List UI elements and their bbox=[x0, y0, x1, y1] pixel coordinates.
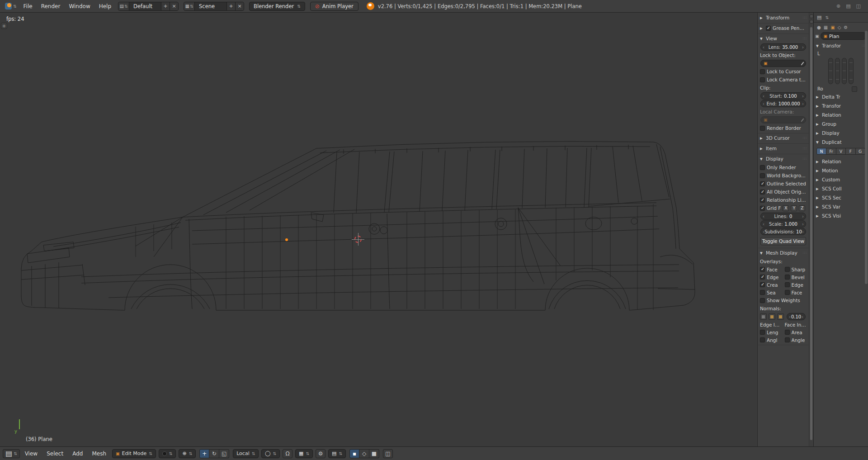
panel-grip-icon[interactable]: ∷∷ bbox=[803, 16, 807, 20]
tab-render-icon[interactable]: ● bbox=[817, 25, 821, 30]
app-menu-button[interactable]: ⇅ bbox=[3, 3, 19, 9]
relationship-lines-checkbox[interactable] bbox=[760, 198, 765, 203]
menu-mesh[interactable]: Mesh bbox=[88, 447, 110, 460]
n-panel-scrollbar[interactable] bbox=[810, 27, 812, 440]
scene-add-button[interactable]: + bbox=[226, 2, 235, 10]
panel-header-grease-pencil[interactable]: ▶ Grease Penc... bbox=[758, 24, 809, 33]
region-button-bottom[interactable] bbox=[810, 20, 813, 24]
show-weights-row[interactable]: Show Weights bbox=[758, 296, 809, 304]
grid-lines-field[interactable]: Lines:0 bbox=[760, 213, 806, 220]
lock-to-cursor-row[interactable]: Lock to Cursor bbox=[758, 67, 809, 76]
render-engine-selector[interactable]: Blender Render ⇅ bbox=[249, 2, 305, 11]
menu-view[interactable]: View bbox=[21, 447, 42, 460]
world-background-row[interactable]: World Backgro... bbox=[758, 171, 809, 180]
relationship-lines-row[interactable]: Relationship Li... bbox=[758, 196, 809, 204]
panel-header-relations-extras[interactable]: ▶ Relation bbox=[814, 157, 868, 166]
only-render-row[interactable]: Only Render bbox=[758, 163, 809, 171]
scale-manipulator-button[interactable]: ◱ bbox=[219, 449, 229, 458]
panel-grip-icon[interactable]: ∷∷ bbox=[803, 251, 807, 255]
overlay-edge-marks-checkbox[interactable] bbox=[785, 282, 790, 287]
edge-select-mode-button[interactable]: ◇ bbox=[359, 449, 369, 458]
rotation-slider-column[interactable] bbox=[835, 58, 840, 84]
menu-add[interactable]: Add bbox=[68, 447, 87, 460]
toggle-quad-view-button[interactable]: Toggle Quad View bbox=[760, 237, 806, 245]
panel-grip-icon[interactable]: ∷∷ bbox=[803, 157, 807, 161]
outline-selected-checkbox[interactable] bbox=[760, 181, 765, 186]
overlay-seams-checkbox[interactable] bbox=[760, 290, 765, 295]
outline-selected-row[interactable]: Outline Selected bbox=[758, 180, 809, 188]
clip-start-field[interactable]: Start:0.100 bbox=[760, 92, 806, 100]
lock-to-cursor-checkbox[interactable] bbox=[760, 69, 765, 74]
overlay-sharp-checkbox[interactable] bbox=[785, 267, 790, 272]
dupli-group-button[interactable]: G bbox=[856, 148, 865, 155]
panel-header-scs-2[interactable]: ▶ SCS Sec bbox=[814, 193, 868, 202]
grid-subdivisions-field[interactable]: Subdivisions:10 bbox=[760, 228, 806, 235]
header-icon-2[interactable]: ▤ bbox=[846, 3, 850, 9]
mode-selector[interactable]: ▣ Edit Mode ⇅ bbox=[112, 449, 156, 458]
panel-header-transform[interactable]: ▶ Transform ∷∷ bbox=[758, 13, 809, 22]
grid-z-button[interactable]: Z bbox=[799, 205, 805, 211]
scene-name-field[interactable]: Scene bbox=[195, 3, 226, 9]
panel-header-scs-collision[interactable]: ▶ SCS Coll bbox=[814, 184, 868, 193]
tab-constraints-icon[interactable]: ◇ bbox=[838, 25, 841, 30]
eyedropper-icon[interactable] bbox=[801, 118, 804, 122]
menu-window[interactable]: Window bbox=[65, 0, 94, 12]
grease-pencil-checkbox[interactable] bbox=[766, 26, 771, 31]
object-name-field[interactable]: ▣ Plan bbox=[821, 32, 867, 40]
anim-player-button[interactable]: ⊘ Anim Player bbox=[310, 2, 359, 11]
panel-header-scs-4[interactable]: ▶ SCS Visi bbox=[814, 211, 868, 220]
panel-header-duplication[interactable]: ▼ Duplicat bbox=[814, 138, 868, 147]
overlay-faces-checkbox[interactable] bbox=[760, 267, 765, 272]
header-icon-3[interactable]: ◫ bbox=[856, 3, 861, 9]
panel-header-delta-transform[interactable]: ▶ Delta Tr bbox=[814, 92, 868, 101]
render-border-checkbox[interactable] bbox=[760, 126, 765, 131]
scene-delete-button[interactable]: × bbox=[235, 2, 244, 10]
all-object-origins-checkbox[interactable] bbox=[760, 190, 765, 194]
grid-scale-field[interactable]: Scale:1.000 bbox=[760, 220, 806, 228]
grid-y-button[interactable]: Y bbox=[791, 205, 797, 211]
grid-floor-checkbox[interactable] bbox=[760, 206, 765, 211]
render-border-row[interactable]: Render Border bbox=[758, 124, 809, 132]
editor-type-button[interactable]: ▤ ⇅ bbox=[3, 449, 20, 458]
overlay-creases-checkbox[interactable] bbox=[760, 282, 765, 287]
all-object-origins-row[interactable]: All Object Origins bbox=[758, 188, 809, 196]
panel-header-display[interactable]: ▼ Display ∷∷ bbox=[758, 154, 809, 163]
cursor-3d[interactable] bbox=[354, 236, 362, 243]
face-normals-toggle[interactable] bbox=[777, 313, 784, 320]
properties-editor-icon[interactable]: ▤ bbox=[817, 14, 821, 20]
snap-element-selector[interactable]: ▦ ⇅ bbox=[295, 449, 313, 458]
overlay-bevel-checkbox[interactable] bbox=[785, 275, 790, 280]
edge-length-checkbox[interactable] bbox=[760, 330, 765, 335]
panel-header-3d-cursor[interactable]: ▶ 3D Cursor ∷∷ bbox=[758, 133, 809, 142]
proportional-edit-selector[interactable]: ◯ ⇅ bbox=[261, 449, 280, 458]
rotate-manipulator-button[interactable]: ↻ bbox=[209, 449, 219, 458]
pivot-point-selector[interactable]: ⊕ ⇅ bbox=[179, 449, 196, 458]
dupli-none-button[interactable]: N bbox=[816, 148, 826, 155]
layout-browse-icon[interactable]: ▤⇅ bbox=[118, 2, 129, 10]
panel-grip-icon[interactable]: ∷∷ bbox=[803, 136, 807, 140]
eyedropper-icon[interactable] bbox=[801, 62, 804, 65]
opengl-anim-selector[interactable]: ▤ ⇅ bbox=[328, 449, 346, 458]
layout-add-button[interactable]: + bbox=[161, 2, 170, 10]
dupli-faces-button[interactable]: F bbox=[846, 148, 855, 155]
region-button-top[interactable] bbox=[810, 14, 813, 18]
header-icon-1[interactable]: ⊕ bbox=[836, 3, 840, 9]
clip-end-field[interactable]: End:1000.000 bbox=[760, 100, 806, 107]
lock-column[interactable] bbox=[849, 58, 854, 84]
face-angle-checkbox[interactable] bbox=[785, 337, 790, 342]
world-background-checkbox[interactable] bbox=[760, 173, 765, 178]
panel-header-mesh-display[interactable]: ▼ Mesh Display ∷∷ bbox=[758, 248, 809, 257]
loose-edge-normals-toggle[interactable] bbox=[769, 313, 775, 320]
rotation-mode-button[interactable] bbox=[852, 86, 857, 92]
menu-help[interactable]: Help bbox=[95, 0, 115, 12]
selected-vertex-marker[interactable] bbox=[285, 238, 288, 241]
lock-camera-row[interactable]: Lock Camera t... bbox=[758, 76, 809, 84]
occlude-geometry-button[interactable]: ◫ bbox=[383, 449, 393, 458]
panel-header-view[interactable]: ▼ View ∷∷ bbox=[758, 34, 809, 43]
lock-object-field[interactable]: ▣ bbox=[760, 60, 806, 67]
dupli-frames-button[interactable]: Fr bbox=[826, 148, 836, 155]
edge-angle-checkbox[interactable] bbox=[760, 337, 765, 342]
overlay-face-marks-checkbox[interactable] bbox=[785, 290, 790, 295]
vertex-normals-toggle[interactable] bbox=[760, 313, 767, 320]
opengl-render-button[interactable]: ⚙ bbox=[316, 449, 326, 458]
